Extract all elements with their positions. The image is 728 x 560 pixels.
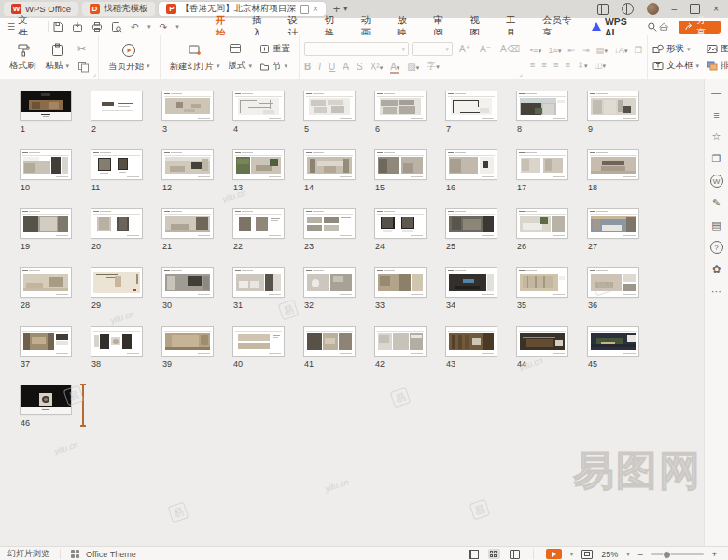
- clipboard-dialog-launcher[interactable]: ⌟: [93, 70, 96, 77]
- slide-thumbnail[interactable]: [588, 150, 638, 179]
- zoom-slider-thumb[interactable]: [663, 551, 671, 559]
- outdent-icon[interactable]: ⇤: [568, 45, 576, 55]
- slide-thumbnail[interactable]: [588, 91, 638, 120]
- slide-thumbnail[interactable]: [91, 91, 142, 120]
- reset-button[interactable]: 重置: [259, 43, 290, 55]
- align-center-icon[interactable]: ≡: [541, 60, 547, 70]
- slide-thumbnail[interactable]: [162, 209, 213, 238]
- undo-icon[interactable]: ↶: [131, 21, 139, 33]
- slide-thumbnail[interactable]: [233, 91, 284, 120]
- catalog-icon[interactable]: ▤: [709, 218, 723, 232]
- slide-thumbnail[interactable]: [304, 268, 355, 297]
- font-dialog-launcher[interactable]: ⌟: [520, 70, 523, 77]
- align-left-icon[interactable]: ≡: [530, 60, 536, 70]
- slide-sorter-view-button[interactable]: [488, 549, 500, 559]
- shapes-button[interactable]: 形状▾: [652, 43, 699, 55]
- slide-thumbnail[interactable]: [91, 327, 142, 356]
- strikethrough-button[interactable]: A: [343, 62, 349, 72]
- reading-view-button[interactable]: [509, 549, 521, 559]
- favorites-star-icon[interactable]: ☆: [709, 130, 723, 144]
- wps-ai-button[interactable]: WPS AI: [592, 16, 637, 38]
- paste-button[interactable]: 粘贴▾: [41, 43, 75, 72]
- play-options-caret[interactable]: ▾: [570, 551, 574, 558]
- slide-thumbnail[interactable]: [375, 209, 426, 238]
- tab-docer-templates[interactable]: D 找稻壳模板: [82, 2, 156, 16]
- line-spacing-icon[interactable]: ⇕▾: [577, 60, 587, 70]
- slide-thumbnail[interactable]: [21, 385, 71, 414]
- text-rotate-icon[interactable]: ↓A▾: [614, 45, 628, 55]
- arrange-button[interactable]: 排列▾: [707, 60, 728, 72]
- slide-thumbnail[interactable]: [517, 268, 567, 297]
- layout-icon[interactable]: [229, 43, 242, 54]
- save-icon[interactable]: [52, 21, 63, 33]
- slide-thumbnail[interactable]: [21, 91, 71, 120]
- underline-button[interactable]: U: [329, 62, 335, 72]
- close-window-button[interactable]: ×: [713, 0, 719, 18]
- align-right-icon[interactable]: ≡: [553, 60, 559, 70]
- new-slide-button[interactable]: 新建幻灯片▾: [165, 43, 225, 73]
- slide-thumbnail[interactable]: [446, 150, 497, 179]
- slide-thumbnail[interactable]: [162, 268, 213, 297]
- split-window-icon[interactable]: [597, 4, 609, 15]
- beautify-pen-icon[interactable]: ✎: [709, 196, 723, 210]
- smartart-convert-icon[interactable]: ❐: [635, 45, 643, 55]
- redo-icon[interactable]: ↷: [159, 21, 167, 33]
- picture-button[interactable]: 图片▾: [707, 43, 728, 55]
- sticker-icon[interactable]: ✿: [709, 262, 723, 276]
- font-family-combo[interactable]: ▾: [304, 42, 409, 56]
- slide-thumbnail[interactable]: [375, 91, 426, 120]
- slide-thumbnail[interactable]: [233, 150, 284, 179]
- slide-thumbnail[interactable]: [304, 91, 355, 120]
- format-painter-button[interactable]: 格式刷: [5, 43, 41, 72]
- font-color-button[interactable]: A▾: [390, 62, 399, 72]
- slide-thumbnail[interactable]: [21, 209, 71, 238]
- slide-thumbnail[interactable]: [588, 268, 638, 297]
- slide-thumbnail[interactable]: [588, 327, 638, 356]
- numbered-list-icon[interactable]: 1≡▾: [548, 45, 561, 55]
- member-hat-icon[interactable]: [658, 21, 669, 32]
- shadow-button[interactable]: S: [357, 62, 363, 72]
- font-size-combo[interactable]: ▾: [412, 42, 453, 56]
- global-settings-icon[interactable]: [622, 3, 634, 15]
- zoom-slider[interactable]: [651, 553, 704, 555]
- cut-button[interactable]: ✂: [77, 43, 90, 55]
- slide-thumbnail[interactable]: [304, 150, 355, 179]
- section-button[interactable]: 节▾: [259, 61, 290, 73]
- decrease-font-icon[interactable]: A⁻: [480, 44, 491, 54]
- increase-font-icon[interactable]: A⁺: [459, 44, 470, 54]
- play-from-current-button[interactable]: 当页开始▾: [104, 43, 155, 73]
- print-icon[interactable]: [91, 21, 103, 33]
- slide-thumbnail[interactable]: [375, 327, 426, 356]
- indent-icon[interactable]: ⇥: [581, 45, 589, 55]
- slide-thumbnail[interactable]: [21, 327, 71, 356]
- slide-thumbnail[interactable]: [375, 268, 426, 297]
- slide-thumbnail[interactable]: [21, 268, 71, 297]
- bullet-list-icon[interactable]: •≡▾: [530, 45, 541, 55]
- slide-thumbnail[interactable]: [91, 150, 142, 179]
- share-button[interactable]: 分享: [679, 21, 721, 34]
- slide-thumbnail[interactable]: [446, 268, 497, 297]
- slide-thumbnail[interactable]: [233, 209, 284, 238]
- slide-thumbnail[interactable]: [446, 327, 497, 356]
- slideshow-play-button[interactable]: [546, 549, 562, 559]
- slide-thumbnail[interactable]: [21, 150, 71, 179]
- align-justify-icon[interactable]: ≡: [565, 60, 570, 70]
- theme-icon[interactable]: [71, 550, 79, 558]
- user-avatar[interactable]: [647, 3, 659, 15]
- slide-thumbnail[interactable]: [162, 91, 213, 120]
- zoom-in-button[interactable]: +: [712, 550, 717, 559]
- slide-thumbnail[interactable]: [162, 327, 213, 356]
- slide-thumbnail[interactable]: [517, 150, 567, 179]
- normal-view-button[interactable]: [468, 549, 480, 559]
- search-icon[interactable]: [647, 21, 658, 33]
- properties-icon[interactable]: ≡: [709, 107, 723, 121]
- slide-pages-icon[interactable]: ❐: [709, 152, 723, 166]
- help-icon[interactable]: ?: [710, 241, 723, 254]
- text-direction-icon[interactable]: ▤▾: [595, 45, 608, 55]
- slide-sorter-canvas[interactable]: 1234567891011121314151617181920212223242…: [0, 79, 704, 546]
- collapse-sidebar-icon[interactable]: —: [709, 85, 723, 99]
- fit-to-window-icon[interactable]: [581, 550, 593, 559]
- columns-icon[interactable]: ◫▾: [594, 60, 606, 70]
- bold-button[interactable]: B: [304, 62, 311, 72]
- character-spacing-button[interactable]: 字▾: [427, 60, 440, 73]
